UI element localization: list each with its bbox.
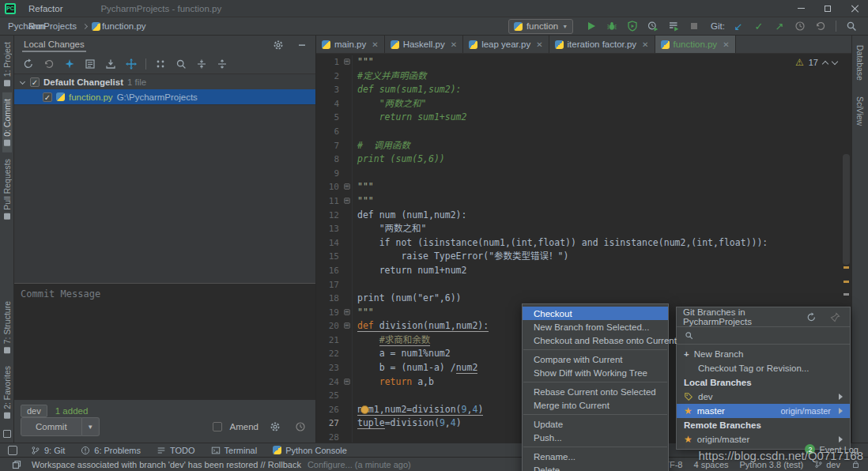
next-warning-icon[interactable] bbox=[832, 58, 838, 65]
line-number[interactable]: 9 bbox=[316, 167, 353, 181]
gear-icon[interactable] bbox=[270, 37, 287, 53]
diff-icon[interactable] bbox=[81, 56, 100, 72]
changed-file-row[interactable]: ✓ function.py G:\PycharmProjects bbox=[14, 89, 315, 104]
commit-button[interactable]: Commit bbox=[21, 417, 82, 436]
menu-item-checkout[interactable]: Checkout bbox=[523, 307, 668, 320]
menu-item-update[interactable]: Update bbox=[523, 417, 668, 431]
editor-tab-leap-year-py[interactable]: leap year.py✕ bbox=[463, 36, 549, 53]
toolwindow-toggle-icon[interactable] bbox=[8, 446, 17, 455]
amend-checkbox[interactable] bbox=[213, 422, 222, 431]
branch-item-dev[interactable]: dev bbox=[677, 390, 850, 404]
update-project-icon[interactable]: ↙ bbox=[730, 18, 747, 34]
concurrency-diagram-button[interactable] bbox=[665, 18, 682, 34]
search-everywhere-icon[interactable] bbox=[843, 18, 860, 34]
toolwindow-button-python-console[interactable]: Python Console bbox=[266, 443, 354, 458]
pin-icon[interactable] bbox=[826, 309, 843, 325]
line-number[interactable]: 7 bbox=[316, 139, 353, 153]
menu-item-compare-with-current[interactable]: Compare with Current bbox=[523, 352, 668, 366]
menu-item-merge-into-current[interactable]: Merge into Current bbox=[523, 398, 668, 412]
toolwindow-button-6--problems[interactable]: 6: Problems bbox=[74, 443, 148, 458]
toolwindow-button-sciview[interactable]: SciView bbox=[855, 87, 865, 132]
line-number[interactable]: 27 bbox=[316, 416, 353, 431]
prev-warning-icon[interactable] bbox=[822, 60, 828, 66]
toolwindow-button-terminal[interactable]: Terminal bbox=[204, 443, 265, 458]
gear-icon[interactable] bbox=[266, 419, 284, 435]
line-number[interactable]: 6 bbox=[316, 125, 353, 139]
branch-item-master[interactable]: ★masterorigin/master bbox=[677, 404, 850, 418]
move-icon[interactable] bbox=[122, 56, 141, 72]
menu-item-rename---[interactable]: Rename... bbox=[523, 450, 668, 463]
toolwindow-button-database[interactable]: Database bbox=[855, 36, 865, 87]
profiler-button[interactable] bbox=[644, 18, 662, 34]
fold-marker-icon[interactable]: − bbox=[344, 379, 350, 385]
line-number[interactable]: 20− bbox=[316, 319, 353, 333]
spark-icon[interactable] bbox=[60, 56, 79, 72]
toolwindow-button----commit[interactable]: 0: Commit bbox=[2, 92, 12, 153]
menu-item-push---[interactable]: Push... bbox=[523, 431, 668, 444]
fold-marker-icon[interactable]: − bbox=[344, 322, 350, 329]
tab-close-icon[interactable]: ✕ bbox=[536, 40, 542, 49]
line-number[interactable]: 2 bbox=[316, 70, 353, 84]
toolwindow-toggle-icon[interactable] bbox=[3, 430, 11, 438]
breadcrumb-file[interactable]: function.py bbox=[100, 21, 148, 31]
minimize-icon[interactable] bbox=[787, 0, 814, 17]
tab-local-changes[interactable]: Local Changes bbox=[22, 37, 86, 52]
tab-close-icon[interactable]: ✕ bbox=[451, 40, 457, 49]
line-number[interactable]: 23 bbox=[316, 361, 353, 375]
status-message[interactable]: Workspace associated with branch 'dev' h… bbox=[32, 460, 301, 469]
line-number[interactable]: 22 bbox=[316, 347, 353, 361]
line-number[interactable]: 24− bbox=[316, 375, 353, 390]
branch-search-input[interactable] bbox=[699, 331, 817, 341]
menu-item-show-diff-with-working-tree[interactable]: Show Diff with Working Tree bbox=[523, 366, 668, 379]
line-number[interactable]: 17 bbox=[316, 278, 353, 292]
line-number[interactable]: 3 bbox=[316, 83, 353, 97]
line-number[interactable]: 25 bbox=[316, 389, 353, 403]
undo-icon[interactable] bbox=[40, 56, 58, 72]
fold-marker-icon[interactable]: − bbox=[344, 183, 350, 190]
breadcrumb-project[interactable]: PycharmProjects bbox=[6, 21, 78, 31]
refresh-icon[interactable] bbox=[802, 309, 820, 325]
line-number[interactable]: 18 bbox=[316, 292, 353, 306]
line-number[interactable]: 21 bbox=[316, 333, 353, 348]
commit-message-input[interactable]: Commit Message bbox=[14, 283, 315, 400]
status-configure-link[interactable]: Configure... (a minute ago) bbox=[308, 460, 411, 469]
commit-icon[interactable]: ✓ bbox=[750, 18, 768, 34]
line-number[interactable]: 10− bbox=[316, 180, 353, 194]
fold-marker-icon[interactable]: − bbox=[344, 58, 350, 65]
editor-scrollbar[interactable] bbox=[843, 154, 850, 265]
toolwindow-button----favorites[interactable]: 2: Favorites bbox=[2, 360, 12, 425]
editor-tab-main-py[interactable]: main.py✕ bbox=[316, 36, 385, 53]
toolwindow-button----project[interactable]: 1: Project bbox=[2, 36, 12, 92]
stop-button[interactable] bbox=[685, 18, 703, 34]
editor-tab-function-py[interactable]: function.py✕ bbox=[655, 36, 736, 53]
line-number[interactable]: 14 bbox=[316, 236, 353, 251]
group-icon[interactable] bbox=[151, 56, 170, 72]
fold-marker-icon[interactable]: − bbox=[344, 198, 350, 204]
menu-item-rebase-current-onto-selected[interactable]: Rebase Current onto Selected bbox=[523, 385, 668, 398]
editor-tab-iteration-factor-py[interactable]: iteration factor.py✕ bbox=[549, 36, 655, 53]
expand-icon[interactable] bbox=[192, 56, 211, 72]
run-configuration-select[interactable]: function ▼ bbox=[508, 19, 573, 34]
line-number[interactable]: 11− bbox=[316, 194, 353, 209]
line-number[interactable]: 15 bbox=[316, 250, 353, 264]
toolwindow-button-todo[interactable]: TODO bbox=[149, 443, 202, 458]
line-number[interactable]: 12 bbox=[316, 209, 353, 223]
toolwindow-button----structure[interactable]: 7: Structure bbox=[2, 295, 12, 360]
menu-item-checkout-and-rebase-onto-current[interactable]: Checkout and Rebase onto Current bbox=[523, 333, 668, 347]
push-icon[interactable]: ↗ bbox=[771, 18, 788, 34]
history-icon[interactable] bbox=[292, 419, 309, 435]
menu-item-new-branch-from-selected---[interactable]: New Branch from Selected... bbox=[523, 320, 668, 333]
line-number[interactable]: 26 bbox=[316, 403, 353, 417]
collapse-icon[interactable] bbox=[213, 56, 232, 72]
branch-item-checkout-tag-or-revision---[interactable]: Checkout Tag or Revision... bbox=[677, 361, 850, 375]
toolwindow-button-pull-requests[interactable]: Pull Requests bbox=[2, 153, 12, 226]
run-coverage-button[interactable] bbox=[624, 18, 641, 34]
tab-close-icon[interactable]: ✕ bbox=[372, 40, 378, 49]
expand-twisty-icon[interactable] bbox=[20, 79, 25, 85]
hide-panel-icon[interactable] bbox=[293, 37, 311, 53]
fold-marker-icon[interactable]: − bbox=[344, 309, 350, 315]
menu-item-delete[interactable]: Delete bbox=[523, 463, 668, 471]
branch-item-new-branch[interactable]: +New Branch bbox=[677, 347, 850, 361]
line-number[interactable]: 4 bbox=[316, 97, 353, 111]
inspection-widget[interactable]: ⚠ 17 bbox=[795, 57, 837, 68]
